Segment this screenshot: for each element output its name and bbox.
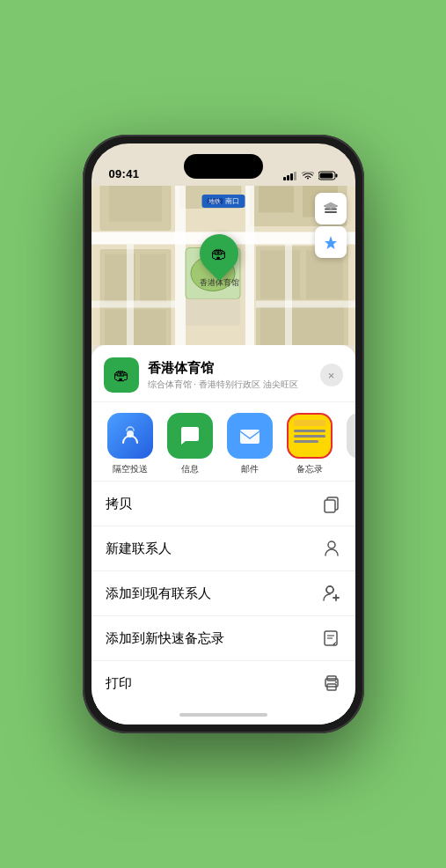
location-icon bbox=[324, 235, 338, 249]
svg-rect-1 bbox=[287, 175, 289, 180]
venue-name: 香港体育馆 bbox=[148, 360, 320, 377]
phone-frame: 09:41 bbox=[83, 135, 364, 733]
action-quick-note-label: 添加到新快速备忘录 bbox=[106, 630, 224, 647]
person-icon bbox=[322, 539, 341, 558]
svg-rect-15 bbox=[175, 186, 186, 345]
map-controls bbox=[315, 193, 347, 258]
venue-subtitle: 综合体育馆 · 香港特别行政区 油尖旺区 bbox=[148, 379, 320, 391]
svg-rect-27 bbox=[186, 299, 240, 326]
home-indicator bbox=[91, 705, 355, 725]
notes-label: 备忘录 bbox=[296, 463, 323, 475]
share-item-airdrop[interactable]: 隔空投送 bbox=[100, 413, 160, 475]
location-button[interactable] bbox=[315, 226, 347, 258]
svg-rect-31 bbox=[285, 245, 292, 346]
action-quick-note[interactable]: 添加到新快速备忘录 bbox=[91, 616, 355, 661]
marker-pin: 🏟 bbox=[192, 226, 246, 281]
person-add-icon bbox=[322, 584, 341, 603]
mail-icon bbox=[227, 413, 273, 459]
dynamic-island bbox=[184, 154, 263, 179]
action-list: 拷贝 新建联系人 添加到现有联系人 bbox=[91, 482, 355, 705]
svg-rect-2 bbox=[290, 173, 293, 180]
action-print-label: 打印 bbox=[106, 675, 132, 692]
svg-rect-6 bbox=[319, 173, 333, 179]
mail-label: 邮件 bbox=[241, 463, 259, 475]
svg-rect-20 bbox=[105, 310, 166, 346]
phone-screen: 09:41 bbox=[91, 143, 355, 725]
action-add-contact-label: 添加到现有联系人 bbox=[106, 585, 211, 602]
svg-rect-24 bbox=[260, 251, 300, 299]
svg-rect-38 bbox=[325, 500, 335, 512]
signal-icon bbox=[283, 172, 297, 180]
marker-pin-icon: 🏟 bbox=[211, 245, 227, 263]
airdrop-icon bbox=[107, 413, 153, 459]
svg-rect-16 bbox=[245, 186, 254, 345]
svg-rect-9 bbox=[109, 186, 162, 222]
action-new-contact[interactable]: 新建联系人 bbox=[91, 526, 355, 571]
metro-label: 南口 bbox=[201, 195, 245, 208]
note-icon bbox=[322, 629, 341, 648]
svg-rect-26 bbox=[260, 305, 344, 346]
svg-rect-19 bbox=[140, 254, 166, 303]
venue-info: 香港体育馆 综合体育馆 · 香港特别行政区 油尖旺区 bbox=[148, 360, 320, 391]
action-copy[interactable]: 拷贝 bbox=[91, 482, 355, 526]
svg-rect-3 bbox=[294, 172, 296, 180]
svg-point-41 bbox=[326, 586, 333, 593]
share-item-mail[interactable]: 邮件 bbox=[220, 413, 280, 475]
map-layer-button[interactable] bbox=[315, 193, 347, 224]
share-item-notes[interactable]: 备忘录 bbox=[280, 413, 340, 475]
svg-rect-5 bbox=[335, 174, 337, 178]
share-item-messages[interactable]: 信息 bbox=[160, 413, 220, 475]
messages-icon bbox=[167, 413, 213, 459]
action-add-contact[interactable]: 添加到现有联系人 bbox=[91, 571, 355, 616]
print-icon bbox=[322, 673, 341, 693]
svg-rect-0 bbox=[283, 177, 286, 180]
share-row: 隔空投送 信息 bbox=[91, 402, 355, 482]
svg-point-48 bbox=[335, 681, 337, 683]
notes-icon bbox=[287, 413, 333, 459]
messages-label: 信息 bbox=[181, 463, 199, 475]
stadium-marker: 🏟 香港体育馆 bbox=[200, 234, 239, 289]
svg-rect-12 bbox=[259, 187, 294, 213]
svg-rect-36 bbox=[240, 430, 260, 444]
status-icons bbox=[283, 171, 338, 180]
close-button[interactable]: × bbox=[320, 364, 343, 386]
venue-icon: 🏟 bbox=[104, 357, 139, 393]
battery-icon bbox=[318, 171, 338, 180]
action-copy-label: 拷贝 bbox=[106, 496, 132, 512]
airdrop-label: 隔空投送 bbox=[113, 463, 148, 475]
svg-rect-30 bbox=[127, 245, 134, 346]
status-time: 09:41 bbox=[109, 167, 140, 180]
action-new-contact-label: 新建联系人 bbox=[106, 541, 172, 557]
svg-rect-34 bbox=[325, 211, 337, 213]
svg-point-39 bbox=[328, 541, 335, 548]
svg-rect-29 bbox=[256, 301, 355, 308]
share-item-more[interactable]: 提 bbox=[340, 413, 355, 475]
map-area: 南口 bbox=[91, 186, 355, 345]
home-bar bbox=[179, 713, 267, 717]
wifi-icon bbox=[302, 172, 314, 180]
more-icon bbox=[347, 413, 355, 459]
copy-icon bbox=[322, 494, 341, 513]
action-print[interactable]: 打印 bbox=[91, 661, 355, 705]
bottom-sheet: 🏟 香港体育馆 综合体育馆 · 香港特别行政区 油尖旺区 × bbox=[91, 345, 355, 725]
sheet-header: 🏟 香港体育馆 综合体育馆 · 香港特别行政区 油尖旺区 × bbox=[91, 345, 355, 402]
